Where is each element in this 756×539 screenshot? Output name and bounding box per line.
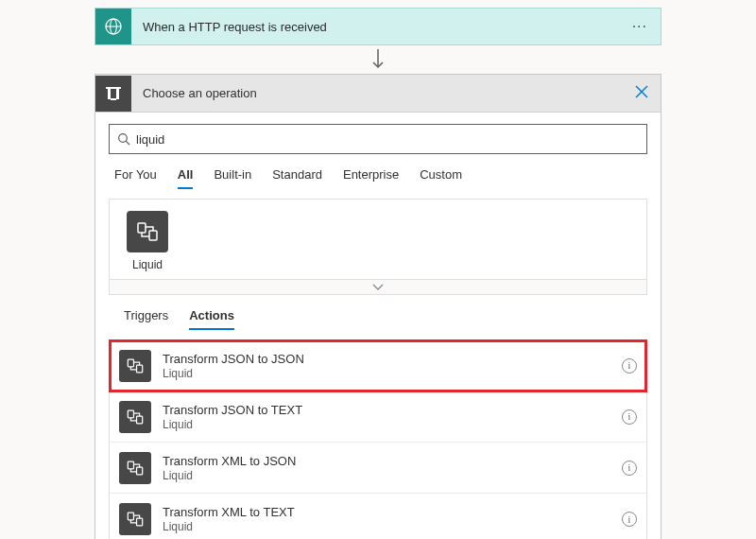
action-title: Transform XML to JSON	[163, 454, 622, 468]
info-icon[interactable]: i	[622, 358, 637, 374]
liquid-action-icon	[119, 452, 151, 484]
trigger-action-tabs: TriggersActions	[109, 295, 647, 334]
filter-tab-standard[interactable]: Standard	[272, 167, 322, 189]
operation-icon	[95, 76, 131, 112]
filter-tab-all[interactable]: All	[178, 167, 194, 189]
filter-tab-custom[interactable]: Custom	[420, 167, 462, 189]
liquid-action-icon	[119, 401, 151, 433]
svg-rect-7	[111, 98, 116, 100]
action-subtitle: Liquid	[163, 520, 622, 533]
search-input[interactable]	[136, 132, 639, 147]
filter-tab-for-you[interactable]: For You	[114, 167, 157, 189]
filter-tabs: For YouAllBuilt-inStandardEnterpriseCust…	[109, 154, 647, 193]
connector-tile-liquid[interactable]: Liquid	[119, 211, 176, 271]
filter-tab-built-in[interactable]: Built-in	[214, 167, 251, 189]
sub-tab-triggers[interactable]: Triggers	[124, 308, 168, 330]
liquid-connector-icon	[127, 211, 168, 252]
svg-rect-19	[137, 467, 143, 475]
svg-rect-13	[149, 231, 157, 240]
filter-tab-enterprise[interactable]: Enterprise	[343, 167, 399, 189]
search-icon	[117, 132, 130, 146]
svg-rect-15	[137, 365, 143, 373]
liquid-action-icon	[119, 350, 151, 382]
action-list: Transform JSON to JSONLiquidiTransform J…	[109, 339, 647, 539]
svg-point-10	[119, 134, 128, 143]
action-title: Transform XML to TEXT	[163, 505, 622, 519]
svg-line-11	[126, 141, 129, 145]
info-icon[interactable]: i	[622, 512, 637, 527]
svg-rect-21	[137, 518, 143, 526]
close-button[interactable]	[623, 85, 661, 102]
flow-arrow	[94, 45, 662, 74]
svg-rect-16	[128, 410, 133, 418]
svg-rect-17	[137, 416, 143, 424]
action-text: Transform JSON to TEXTLiquid	[163, 403, 622, 431]
action-row[interactable]: Transform JSON to JSONLiquidi	[110, 340, 646, 391]
action-row[interactable]: Transform JSON to TEXTLiquidi	[110, 391, 646, 443]
expand-connectors-button[interactable]	[109, 280, 647, 295]
sub-tab-actions[interactable]: Actions	[189, 308, 234, 330]
search-box[interactable]	[109, 124, 647, 154]
action-subtitle: Liquid	[163, 469, 622, 482]
panel-title: Choose an operation	[131, 86, 623, 100]
info-icon[interactable]: i	[622, 461, 637, 476]
action-subtitle: Liquid	[163, 367, 622, 380]
action-text: Transform XML to JSONLiquid	[163, 454, 622, 482]
connector-grid: Liquid	[109, 199, 647, 280]
svg-rect-18	[128, 461, 133, 469]
trigger-title: When a HTTP request is received	[131, 20, 619, 34]
action-text: Transform XML to TEXTLiquid	[163, 505, 622, 533]
liquid-action-icon	[119, 503, 151, 535]
svg-rect-4	[106, 87, 121, 89]
svg-rect-14	[128, 359, 133, 367]
connector-tile-label: Liquid	[119, 258, 176, 271]
action-subtitle: Liquid	[163, 418, 622, 431]
action-row[interactable]: Transform XML to TEXTLiquidi	[110, 494, 646, 539]
action-title: Transform JSON to TEXT	[163, 403, 622, 417]
choose-operation-panel: Choose an operation For Y	[94, 74, 662, 539]
action-row[interactable]: Transform XML to JSONLiquidi	[110, 443, 646, 494]
trigger-card[interactable]: When a HTTP request is received ···	[94, 8, 662, 45]
svg-rect-5	[108, 89, 111, 99]
action-title: Transform JSON to JSON	[163, 352, 622, 366]
svg-rect-6	[116, 89, 119, 99]
svg-rect-12	[138, 223, 146, 233]
trigger-menu-button[interactable]: ···	[619, 18, 661, 35]
svg-rect-20	[128, 513, 133, 520]
http-trigger-icon	[95, 9, 131, 44]
info-icon[interactable]: i	[622, 409, 637, 425]
panel-header: Choose an operation	[95, 75, 661, 113]
action-text: Transform JSON to JSONLiquid	[163, 352, 622, 380]
